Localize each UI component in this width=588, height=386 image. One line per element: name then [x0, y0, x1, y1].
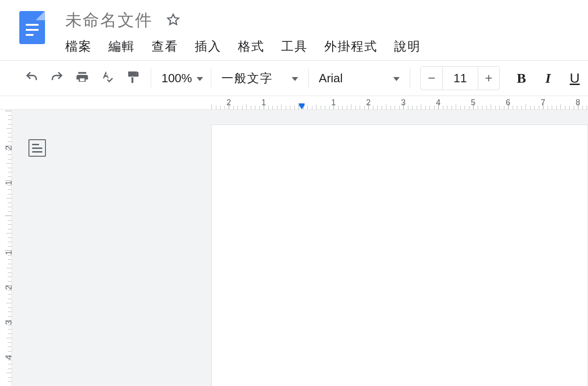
title-column: 未命名文件 檔案 編輯 查看 插入 格式 工具 外掛程式 說明	[64, 6, 588, 60]
document-page[interactable]	[211, 125, 588, 386]
menu-view[interactable]: 查看	[152, 38, 178, 55]
font-value: Arial	[319, 71, 343, 85]
paragraph-style-dropdown[interactable]: 一般文字	[217, 65, 303, 91]
ruler-number: 3	[401, 98, 406, 108]
menu-addons[interactable]: 外掛程式	[324, 38, 378, 55]
menu-insert[interactable]: 插入	[195, 38, 221, 55]
ruler-number: 2	[226, 98, 231, 108]
toolbar: 100% 一般文字 Arial − + B I U	[0, 60, 588, 96]
ruler-number: 4	[4, 355, 14, 360]
svg-rect-2	[299, 103, 305, 105]
print-button[interactable]	[70, 65, 95, 91]
ruler-number: 8	[576, 98, 580, 108]
vertical-ruler[interactable]: 2112345	[0, 110, 12, 386]
toolbar-separator	[308, 68, 309, 88]
editor-surface: 2112345678 2112345	[0, 96, 588, 386]
menu-bar: 檔案 編輯 查看 插入 格式 工具 外掛程式 說明	[64, 32, 588, 60]
font-size-increase-button[interactable]: +	[478, 67, 499, 90]
star-icon	[166, 13, 180, 28]
spellcheck-icon	[101, 70, 114, 86]
star-button[interactable]	[165, 13, 181, 28]
zoom-value: 100%	[161, 71, 192, 85]
paint-format-button[interactable]	[120, 65, 146, 91]
menu-format[interactable]: 格式	[238, 38, 265, 55]
chevron-down-icon	[292, 71, 298, 85]
font-size-stepper: − +	[420, 66, 500, 90]
menu-edit[interactable]: 編輯	[108, 38, 135, 55]
indent-marker[interactable]	[298, 103, 306, 110]
ruler-number: 2	[4, 146, 14, 150]
paint-roller-icon	[126, 70, 140, 86]
zoom-dropdown[interactable]: 100%	[157, 65, 205, 91]
italic-button[interactable]: I	[535, 65, 561, 91]
font-size-input[interactable]	[442, 67, 478, 90]
ruler-number: 1	[4, 250, 14, 255]
ruler-number: 2	[4, 285, 14, 290]
text-format-group: B I U	[508, 65, 588, 91]
print-icon	[75, 70, 89, 86]
logo-wrap	[0, 6, 64, 44]
horizontal-ruler[interactable]: 2112345678	[0, 96, 588, 110]
ruler-number: 3	[4, 320, 14, 325]
toolbar-separator	[410, 68, 410, 88]
chevron-down-icon	[393, 71, 400, 85]
ruler-number: 1	[4, 181, 14, 185]
docs-logo-icon[interactable]	[19, 11, 45, 44]
ruler-number: 1	[331, 98, 336, 108]
toolbar-separator	[151, 68, 151, 88]
menu-help[interactable]: 說明	[394, 38, 421, 55]
ruler-number: 6	[506, 98, 510, 108]
document-title[interactable]: 未命名文件	[65, 9, 153, 32]
paragraph-style-value: 一般文字	[221, 70, 273, 86]
menu-file[interactable]: 檔案	[65, 38, 92, 55]
spellcheck-button[interactable]	[95, 65, 120, 91]
ruler-number: 4	[436, 98, 441, 108]
font-size-decrease-button[interactable]: −	[421, 67, 442, 90]
font-dropdown[interactable]: Arial	[314, 65, 404, 91]
ruler-number: 2	[366, 98, 371, 108]
redo-icon	[50, 70, 64, 86]
document-outline-button[interactable]	[28, 139, 46, 157]
ruler-number: 5	[471, 98, 475, 108]
ruler-number: 1	[261, 98, 266, 108]
undo-icon	[25, 70, 39, 86]
bold-icon: B	[517, 70, 526, 86]
header: 未命名文件 檔案 編輯 查看 插入 格式 工具 外掛程式 說明	[0, 0, 588, 60]
bold-button[interactable]: B	[508, 65, 535, 91]
underline-button[interactable]: U	[561, 65, 588, 91]
svg-rect-1	[132, 77, 134, 83]
menu-tools[interactable]: 工具	[281, 38, 308, 55]
italic-icon: I	[545, 70, 551, 86]
title-row: 未命名文件	[64, 9, 588, 32]
svg-rect-0	[128, 72, 136, 75]
toolbar-separator	[211, 68, 211, 88]
redo-button[interactable]	[45, 65, 70, 91]
chevron-down-icon	[197, 71, 203, 85]
ruler-number: 7	[541, 98, 545, 108]
undo-button[interactable]	[19, 65, 45, 91]
underline-icon: U	[570, 70, 580, 86]
